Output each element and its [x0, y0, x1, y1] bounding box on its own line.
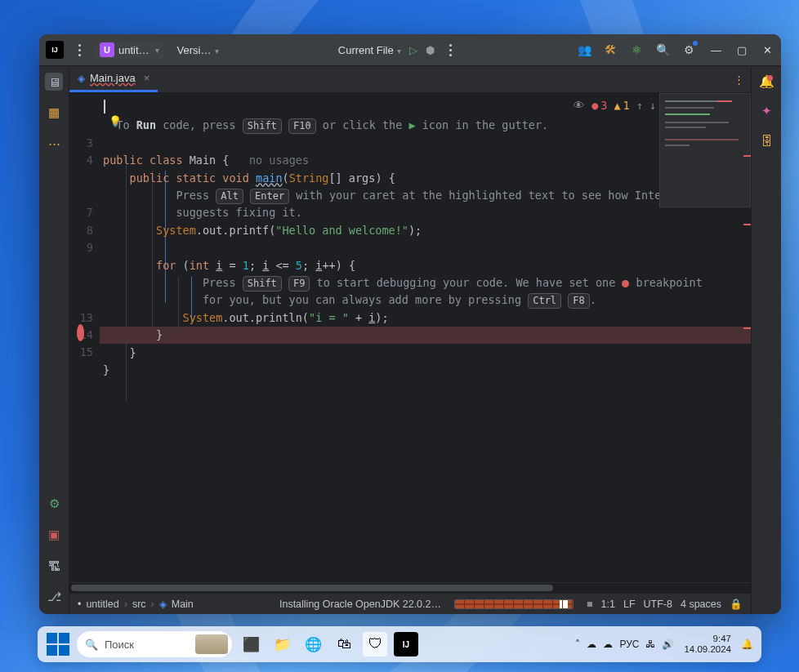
titlebar: IJ U untit… ▾ Versi… ▾ Current File ▾ ▷ …	[39, 34, 781, 66]
database-tool-icon[interactable]: 🗄	[757, 131, 775, 149]
project-tool-icon[interactable]: 🖥	[45, 73, 63, 91]
terminal-tool-icon[interactable]: ▣	[45, 526, 63, 544]
chevron-down-icon: ▾	[212, 47, 219, 56]
network-icon[interactable]: 🖧	[645, 639, 655, 650]
start-button[interactable]	[46, 632, 70, 656]
editor-tab-main[interactable]: ◈ Main.java ×	[69, 66, 158, 92]
stop-task-icon[interactable]: ■	[587, 599, 593, 610]
inspection-summary[interactable]: 👁 ●3 ▲1 ↑ ↓	[574, 99, 656, 112]
error-count: ●3	[591, 99, 607, 112]
app-logo: IJ	[46, 41, 64, 59]
hide-hints-icon[interactable]: 👁	[574, 99, 585, 112]
ide-window: IJ U untit… ▾ Versi… ▾ Current File ▾ ▷ …	[39, 34, 781, 614]
vcs-selector[interactable]: Versi… ▾	[177, 44, 220, 56]
run-config-selector[interactable]: Current File ▾	[338, 44, 402, 56]
language-indicator[interactable]: РУС	[619, 639, 639, 650]
project-selector[interactable]: U untit… ▾	[95, 41, 164, 59]
tray-chevron-icon[interactable]: ˄	[575, 639, 580, 650]
search-icon: 🔍	[85, 639, 98, 651]
code-with-me-icon[interactable]: 👥	[577, 42, 591, 57]
volume-icon[interactable]: 🔊	[662, 639, 674, 650]
settings-icon[interactable]: ⚙	[681, 42, 696, 57]
error-stripe-mark[interactable]	[743, 155, 751, 157]
caret-position[interactable]: 1:1	[601, 599, 615, 610]
java-class-icon: ◈	[159, 599, 167, 610]
security-icon[interactable]: 🛡	[363, 632, 387, 656]
next-error-icon[interactable]: ↓	[649, 99, 656, 112]
onedrive-icon[interactable]: ☁	[587, 639, 596, 650]
taskbar-search[interactable]: 🔍 Поиск	[77, 631, 232, 657]
indent-settings[interactable]: 4 spaces	[681, 599, 721, 610]
git-tool-icon[interactable]: ⎇	[45, 588, 63, 606]
store-icon[interactable]: 🛍	[332, 632, 356, 656]
search-placeholder: Поиск	[105, 639, 134, 651]
ai-assistant-icon[interactable]: ⚛	[629, 42, 644, 57]
background-task-label[interactable]: Installing Oracle OpenJDK 22.0.2…	[279, 599, 441, 610]
code-minimap[interactable]	[659, 93, 751, 207]
editor-tabs: ◈ Main.java × ⋮	[69, 66, 751, 93]
notification-center-icon[interactable]: 🔔	[741, 639, 753, 650]
ai-tool-icon[interactable]: ✦	[757, 102, 775, 120]
run-button[interactable]: ▷	[409, 44, 417, 56]
prev-error-icon[interactable]: ↑	[636, 99, 643, 112]
chevron-down-icon: ▾	[155, 46, 159, 55]
windows-taskbar: 🔍 Поиск ⬛ 📁 🌐 🛍 🛡 IJ ˄ ☁ ☁ РУС 🖧 🔊 9:47 …	[38, 626, 761, 662]
warning-count: ▲1	[614, 99, 629, 112]
close-button[interactable]: ✕	[763, 44, 774, 56]
readonly-lock-icon[interactable]: 🔒	[730, 598, 743, 610]
horizontal-scrollbar[interactable]	[69, 582, 751, 593]
structure-tool-icon[interactable]: ▦	[45, 104, 63, 122]
project-badge: U	[100, 42, 114, 57]
close-tab-icon[interactable]: ×	[144, 72, 150, 84]
clock[interactable]: 9:47 14.09.2024	[684, 634, 731, 655]
scrollbar-thumb[interactable]	[71, 585, 553, 591]
debug-button[interactable]: ⬢	[426, 44, 435, 56]
progress-bar[interactable]	[454, 599, 574, 609]
right-toolwindow-bar: 🔔 ✦ 🗄	[751, 66, 781, 614]
tab-title: Main.java	[90, 72, 136, 84]
line-separator[interactable]: LF	[623, 599, 636, 610]
minimize-button[interactable]: —	[711, 44, 722, 56]
code-editor[interactable]: 3 4 7 8 9 13 14 15	[69, 93, 751, 582]
tab-options-button[interactable]: ⋮	[726, 66, 751, 92]
code-content[interactable]: To Run code, press Shift F10 or click th…	[100, 93, 751, 582]
main-menu-button[interactable]	[72, 44, 87, 56]
left-toolwindow-bar: 🖥 ▦ ⋯ ⚙ ▣ 🏗 ⎇	[39, 66, 69, 614]
build-tool-icon[interactable]: 🏗	[45, 557, 63, 575]
system-tray[interactable]: ˄ ☁ ☁ РУС 🖧 🔊	[575, 639, 674, 650]
error-stripe-mark[interactable]	[743, 327, 751, 329]
line-number-gutter[interactable]: 3 4 7 8 9 13 14 15	[69, 93, 100, 582]
ide-tools-icon[interactable]: 🛠	[603, 42, 618, 57]
project-name: untit…	[118, 44, 150, 56]
explorer-icon[interactable]: 📁	[270, 632, 294, 656]
navigation-breadcrumbs[interactable]: • untitled› src› ◈ Main	[78, 599, 194, 610]
java-file-icon: ◈	[78, 73, 85, 84]
search-everywhere-icon[interactable]: 🔍	[655, 42, 670, 57]
task-view-icon[interactable]: ⬛	[239, 632, 263, 656]
maximize-button[interactable]: ▢	[737, 44, 748, 56]
more-tool-icon[interactable]: ⋯	[45, 135, 63, 153]
edge-icon[interactable]: 🌐	[301, 632, 325, 656]
run-more-button[interactable]	[443, 44, 458, 56]
error-stripe-mark[interactable]	[743, 224, 751, 225]
file-encoding[interactable]: UTF-8	[644, 599, 672, 610]
status-bar: • untitled› src› ◈ Main Installing Oracl…	[69, 593, 751, 614]
notifications-tool-icon[interactable]: 🔔	[757, 73, 775, 91]
settings-tool-icon[interactable]: ⚙	[45, 495, 63, 513]
search-highlight-image	[195, 634, 228, 654]
onedrive-icon[interactable]: ☁	[603, 639, 613, 650]
intellij-taskbar-icon[interactable]: IJ	[394, 632, 418, 656]
